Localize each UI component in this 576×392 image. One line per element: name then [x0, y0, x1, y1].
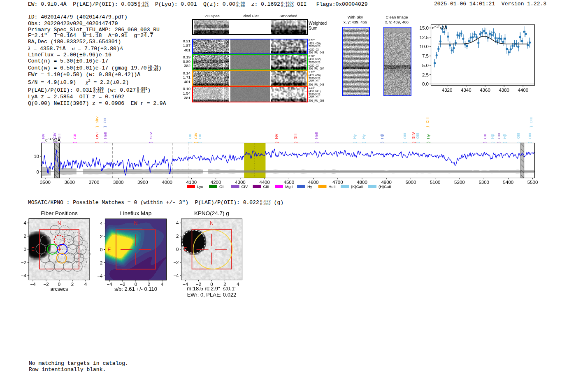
- svg-text:4400: 4400: [518, 88, 529, 93]
- svg-text:}: }: [426, 141, 430, 143]
- svg-text:OIII: OIII: [529, 117, 533, 123]
- svg-text:0: 0: [176, 247, 179, 252]
- svg-text:}: }: [274, 141, 279, 143]
- svg-text:0.0: 0.0: [422, 81, 429, 86]
- svg-text:2: 2: [176, 234, 179, 239]
- svg-text:}: }: [57, 141, 61, 143]
- svg-text:5000: 5000: [406, 180, 416, 185]
- svg-text:0: 0: [24, 247, 26, 252]
- svg-text:4: 4: [100, 221, 103, 226]
- svg-text:Clean Image: Clean Image: [386, 15, 408, 19]
- svg-text:With Sky: With Sky: [348, 15, 363, 19]
- svg-text:3900: 3900: [137, 180, 148, 185]
- svg-text:s/b: 2.61 +/- 0.110: s/b: 2.61 +/- 0.110: [114, 286, 157, 292]
- svg-text:Hγ: Hγ: [307, 184, 312, 189]
- svg-text:0: 0: [100, 247, 102, 252]
- svg-text:SiIV: SiIV: [149, 132, 153, 139]
- svg-text:HeII: HeII: [314, 132, 318, 139]
- svg-text:MgII: MgII: [285, 184, 293, 189]
- svg-text:4380: 4380: [499, 88, 509, 93]
- svg-text:3700: 3700: [89, 180, 100, 185]
- svg-text:HeII: HeII: [103, 132, 107, 139]
- svg-text:}: }: [528, 141, 532, 143]
- svg-text:}: }: [188, 141, 192, 143]
- svg-text:Hγ: Hγ: [353, 134, 357, 139]
- svg-text:4: 4: [237, 282, 239, 287]
- svg-text:}: }: [41, 141, 45, 143]
- svg-text:OII: OII: [103, 118, 107, 123]
- svg-text:Fiber Positions: Fiber Positions: [41, 210, 78, 216]
- svg-text:4: 4: [84, 282, 87, 287]
- svg-text:−4: −4: [97, 274, 103, 278]
- svg-text:e−17x2Å: e−17x2Å: [432, 25, 447, 30]
- svg-text:0: 0: [58, 282, 60, 287]
- svg-text:}: }: [95, 126, 99, 127]
- svg-text:N: N: [134, 220, 138, 226]
- svg-text:}: }: [149, 141, 153, 143]
- svg-text:}: }: [503, 141, 507, 143]
- svg-text:OIII: OIII: [516, 133, 520, 139]
- svg-text:−4: −4: [173, 273, 179, 278]
- svg-text:CIII: CIII: [425, 117, 430, 123]
- svg-text:4: 4: [161, 282, 164, 287]
- svg-text:x, y: 439, 466: x, y: 439, 466: [344, 20, 367, 24]
- svg-text:10.0: 10.0: [420, 44, 429, 49]
- svg-text:}: }: [416, 141, 420, 143]
- svg-text:}: }: [95, 141, 99, 143]
- svg-text:N: N: [210, 220, 214, 226]
- svg-text:}: }: [198, 141, 202, 143]
- svg-text:5300: 5300: [478, 180, 489, 185]
- svg-text:−4: −4: [21, 273, 27, 278]
- svg-text:HeII: HeII: [329, 184, 336, 189]
- svg-text:12.5: 12.5: [420, 35, 429, 40]
- svg-text:CIII: CIII: [263, 184, 269, 189]
- svg-text:SiIV: SiIV: [95, 116, 99, 123]
- svg-text:5200: 5200: [454, 180, 465, 185]
- svg-text:}: }: [103, 141, 107, 143]
- svg-text:OIII: OIII: [403, 133, 407, 139]
- svg-text:KPNO(24.7) g: KPNO(24.7) g: [194, 210, 229, 216]
- svg-text:}: }: [194, 141, 198, 143]
- svg-text:m:18.5 rc:2.9" s:0.1": m:18.5 rc:2.9" s:0.1": [187, 285, 237, 292]
- svg-text:7.5: 7.5: [422, 53, 429, 58]
- svg-text:OIII: OIII: [416, 133, 420, 139]
- svg-text:Pixel Flat: Pixel Flat: [242, 14, 258, 18]
- svg-text:2: 2: [100, 234, 102, 239]
- svg-text:4: 4: [176, 220, 179, 225]
- svg-text:E: E: [107, 247, 111, 253]
- svg-text:5500: 5500: [527, 180, 538, 185]
- svg-text:−2: −2: [43, 282, 49, 287]
- svg-text:Lyα: Lyα: [197, 184, 204, 189]
- svg-text:5400: 5400: [503, 180, 514, 185]
- svg-text:}: }: [411, 141, 416, 143]
- svg-text:Hγ: Hγ: [426, 134, 430, 139]
- svg-text:4340: 4340: [461, 88, 471, 93]
- svg-text:4360: 4360: [480, 88, 490, 93]
- svg-text:x, y: 439, 466: x, y: 439, 466: [385, 20, 409, 24]
- svg-text:Smoothed: Smoothed: [279, 14, 297, 18]
- svg-text:3600: 3600: [64, 180, 75, 185]
- svg-text:}: }: [516, 141, 520, 143]
- svg-text:Hβ: Hβ: [490, 134, 495, 139]
- svg-text:4320: 4320: [442, 88, 453, 93]
- svg-text:−2: −2: [97, 260, 102, 265]
- svg-text:EWr: 0, PLAE: 0.022: EWr: 0, PLAE: 0.022: [187, 292, 237, 298]
- svg-text:OVI: OVI: [95, 132, 99, 139]
- svg-text:OII: OII: [198, 134, 202, 139]
- svg-text:CII: CII: [73, 134, 77, 139]
- svg-text:}: }: [314, 141, 318, 143]
- svg-text:CIV: CIV: [194, 132, 198, 139]
- svg-text:CIV: CIV: [242, 184, 249, 189]
- svg-text:5.0: 5.0: [422, 63, 429, 68]
- svg-text:}: }: [53, 141, 57, 143]
- svg-text:SiIV: SiIV: [411, 132, 416, 139]
- svg-text:OIII: OIII: [528, 133, 532, 139]
- svg-text:(H)CaII: (H)CaII: [379, 184, 391, 189]
- svg-text:}: }: [403, 141, 407, 143]
- svg-text:Hβ: Hβ: [503, 134, 507, 139]
- svg-text:}: }: [362, 141, 366, 143]
- svg-text:−2: −2: [21, 260, 26, 265]
- svg-text:−4: −4: [30, 282, 36, 287]
- svg-text:}: }: [483, 141, 487, 143]
- svg-text:OII: OII: [219, 184, 225, 189]
